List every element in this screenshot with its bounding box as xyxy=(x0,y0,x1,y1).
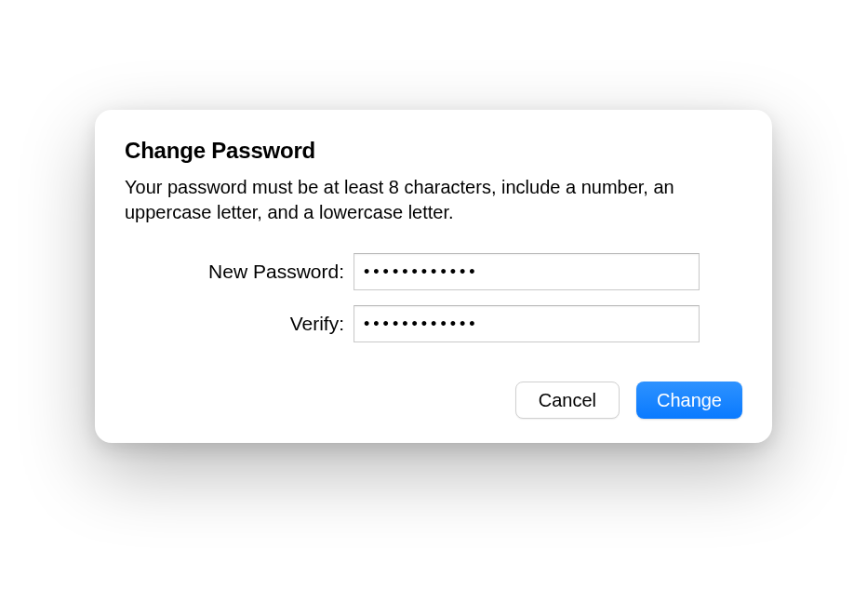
new-password-label: New Password: xyxy=(125,261,353,283)
verify-password-label: Verify: xyxy=(125,313,353,335)
new-password-input[interactable] xyxy=(353,253,700,290)
dialog-description: Your password must be at least 8 charact… xyxy=(125,175,742,225)
new-password-row: New Password: xyxy=(125,253,742,290)
dialog-backdrop: Change Password Your password must be at… xyxy=(0,0,867,616)
verify-password-row: Verify: xyxy=(125,305,742,342)
dialog-button-row: Cancel Change xyxy=(125,382,742,419)
verify-password-input[interactable] xyxy=(353,305,700,342)
cancel-button[interactable]: Cancel xyxy=(515,382,620,419)
change-button[interactable]: Change xyxy=(636,382,742,419)
change-password-dialog: Change Password Your password must be at… xyxy=(95,110,772,443)
dialog-title: Change Password xyxy=(125,138,742,164)
